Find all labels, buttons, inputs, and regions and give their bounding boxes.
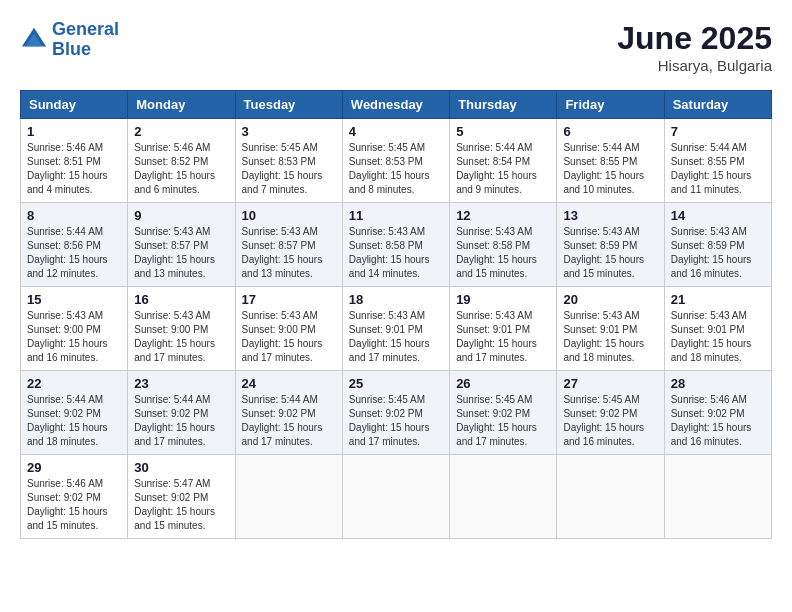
calendar-cell: 3 Sunrise: 5:45 AM Sunset: 8:53 PM Dayli…: [235, 119, 342, 203]
sunrise-text: Sunrise: 5:46 AM: [134, 141, 228, 155]
sunset-text: Sunset: 8:58 PM: [349, 239, 443, 253]
calendar-cell: 4 Sunrise: 5:45 AM Sunset: 8:53 PM Dayli…: [342, 119, 449, 203]
sunset-text: Sunset: 8:55 PM: [563, 155, 657, 169]
calendar-cell: 23 Sunrise: 5:44 AM Sunset: 9:02 PM Dayl…: [128, 371, 235, 455]
calendar-week-row: 15 Sunrise: 5:43 AM Sunset: 9:00 PM Dayl…: [21, 287, 772, 371]
calendar-cell: 9 Sunrise: 5:43 AM Sunset: 8:57 PM Dayli…: [128, 203, 235, 287]
day-number: 9: [134, 208, 228, 223]
day-info: Sunrise: 5:44 AM Sunset: 8:55 PM Dayligh…: [563, 141, 657, 197]
day-info: Sunrise: 5:43 AM Sunset: 8:58 PM Dayligh…: [349, 225, 443, 281]
calendar-cell: 28 Sunrise: 5:46 AM Sunset: 9:02 PM Dayl…: [664, 371, 771, 455]
calendar-cell: 21 Sunrise: 5:43 AM Sunset: 9:01 PM Dayl…: [664, 287, 771, 371]
calendar-cell: 12 Sunrise: 5:43 AM Sunset: 8:58 PM Dayl…: [450, 203, 557, 287]
sunrise-text: Sunrise: 5:44 AM: [563, 141, 657, 155]
day-number: 19: [456, 292, 550, 307]
day-number: 11: [349, 208, 443, 223]
sunset-text: Sunset: 9:02 PM: [563, 407, 657, 421]
weekday-header: Sunday: [21, 91, 128, 119]
daylight-text: Daylight: 15 hours and 17 minutes.: [242, 421, 336, 449]
weekday-header: Friday: [557, 91, 664, 119]
sunrise-text: Sunrise: 5:43 AM: [134, 225, 228, 239]
calendar-cell: [557, 455, 664, 539]
sunrise-text: Sunrise: 5:43 AM: [349, 309, 443, 323]
daylight-text: Daylight: 15 hours and 17 minutes.: [456, 337, 550, 365]
sunset-text: Sunset: 9:01 PM: [671, 323, 765, 337]
weekday-header: Tuesday: [235, 91, 342, 119]
sunrise-text: Sunrise: 5:45 AM: [349, 393, 443, 407]
sunset-text: Sunset: 9:01 PM: [349, 323, 443, 337]
calendar-cell: 8 Sunrise: 5:44 AM Sunset: 8:56 PM Dayli…: [21, 203, 128, 287]
sunset-text: Sunset: 9:02 PM: [27, 407, 121, 421]
daylight-text: Daylight: 15 hours and 13 minutes.: [242, 253, 336, 281]
sunset-text: Sunset: 8:51 PM: [27, 155, 121, 169]
weekday-header: Monday: [128, 91, 235, 119]
daylight-text: Daylight: 15 hours and 6 minutes.: [134, 169, 228, 197]
day-info: Sunrise: 5:45 AM Sunset: 8:53 PM Dayligh…: [242, 141, 336, 197]
sunrise-text: Sunrise: 5:44 AM: [27, 393, 121, 407]
day-info: Sunrise: 5:43 AM Sunset: 9:01 PM Dayligh…: [456, 309, 550, 365]
daylight-text: Daylight: 15 hours and 16 minutes.: [671, 253, 765, 281]
daylight-text: Daylight: 15 hours and 16 minutes.: [671, 421, 765, 449]
day-info: Sunrise: 5:45 AM Sunset: 9:02 PM Dayligh…: [563, 393, 657, 449]
calendar-week-row: 29 Sunrise: 5:46 AM Sunset: 9:02 PM Dayl…: [21, 455, 772, 539]
calendar-cell: 15 Sunrise: 5:43 AM Sunset: 9:00 PM Dayl…: [21, 287, 128, 371]
sunrise-text: Sunrise: 5:43 AM: [671, 225, 765, 239]
daylight-text: Daylight: 15 hours and 17 minutes.: [349, 421, 443, 449]
daylight-text: Daylight: 15 hours and 15 minutes.: [27, 505, 121, 533]
sunrise-text: Sunrise: 5:45 AM: [456, 393, 550, 407]
calendar-cell: [664, 455, 771, 539]
calendar-cell: 29 Sunrise: 5:46 AM Sunset: 9:02 PM Dayl…: [21, 455, 128, 539]
calendar-cell: 5 Sunrise: 5:44 AM Sunset: 8:54 PM Dayli…: [450, 119, 557, 203]
day-number: 7: [671, 124, 765, 139]
day-info: Sunrise: 5:43 AM Sunset: 8:59 PM Dayligh…: [671, 225, 765, 281]
daylight-text: Daylight: 15 hours and 11 minutes.: [671, 169, 765, 197]
day-info: Sunrise: 5:44 AM Sunset: 8:54 PM Dayligh…: [456, 141, 550, 197]
sunset-text: Sunset: 9:02 PM: [134, 407, 228, 421]
daylight-text: Daylight: 15 hours and 17 minutes.: [134, 421, 228, 449]
calendar-cell: 6 Sunrise: 5:44 AM Sunset: 8:55 PM Dayli…: [557, 119, 664, 203]
day-info: Sunrise: 5:47 AM Sunset: 9:02 PM Dayligh…: [134, 477, 228, 533]
day-info: Sunrise: 5:43 AM Sunset: 9:01 PM Dayligh…: [671, 309, 765, 365]
day-number: 20: [563, 292, 657, 307]
sunrise-text: Sunrise: 5:43 AM: [27, 309, 121, 323]
sunset-text: Sunset: 9:02 PM: [456, 407, 550, 421]
calendar-cell: 2 Sunrise: 5:46 AM Sunset: 8:52 PM Dayli…: [128, 119, 235, 203]
day-number: 5: [456, 124, 550, 139]
daylight-text: Daylight: 15 hours and 17 minutes.: [242, 337, 336, 365]
logo-text: General Blue: [52, 20, 119, 60]
sunrise-text: Sunrise: 5:43 AM: [242, 309, 336, 323]
day-number: 28: [671, 376, 765, 391]
day-number: 14: [671, 208, 765, 223]
sunrise-text: Sunrise: 5:43 AM: [456, 225, 550, 239]
daylight-text: Daylight: 15 hours and 12 minutes.: [27, 253, 121, 281]
daylight-text: Daylight: 15 hours and 9 minutes.: [456, 169, 550, 197]
sunset-text: Sunset: 9:01 PM: [456, 323, 550, 337]
sunrise-text: Sunrise: 5:43 AM: [563, 225, 657, 239]
sunrise-text: Sunrise: 5:46 AM: [671, 393, 765, 407]
sunrise-text: Sunrise: 5:47 AM: [134, 477, 228, 491]
sunset-text: Sunset: 8:57 PM: [134, 239, 228, 253]
sunset-text: Sunset: 9:01 PM: [563, 323, 657, 337]
calendar-cell: [342, 455, 449, 539]
calendar-cell: 20 Sunrise: 5:43 AM Sunset: 9:01 PM Dayl…: [557, 287, 664, 371]
day-number: 10: [242, 208, 336, 223]
sunrise-text: Sunrise: 5:43 AM: [671, 309, 765, 323]
sunrise-text: Sunrise: 5:43 AM: [134, 309, 228, 323]
sunset-text: Sunset: 9:00 PM: [27, 323, 121, 337]
daylight-text: Daylight: 15 hours and 17 minutes.: [456, 421, 550, 449]
calendar-cell: [235, 455, 342, 539]
logo-icon: [20, 26, 48, 54]
sunrise-text: Sunrise: 5:44 AM: [671, 141, 765, 155]
day-info: Sunrise: 5:43 AM Sunset: 9:00 PM Dayligh…: [242, 309, 336, 365]
daylight-text: Daylight: 15 hours and 13 minutes.: [134, 253, 228, 281]
calendar-cell: 10 Sunrise: 5:43 AM Sunset: 8:57 PM Dayl…: [235, 203, 342, 287]
day-number: 2: [134, 124, 228, 139]
sunset-text: Sunset: 9:02 PM: [671, 407, 765, 421]
day-number: 23: [134, 376, 228, 391]
daylight-text: Daylight: 15 hours and 8 minutes.: [349, 169, 443, 197]
daylight-text: Daylight: 15 hours and 14 minutes.: [349, 253, 443, 281]
sunrise-text: Sunrise: 5:44 AM: [456, 141, 550, 155]
day-info: Sunrise: 5:45 AM Sunset: 9:02 PM Dayligh…: [456, 393, 550, 449]
sunset-text: Sunset: 9:00 PM: [242, 323, 336, 337]
daylight-text: Daylight: 15 hours and 17 minutes.: [349, 337, 443, 365]
